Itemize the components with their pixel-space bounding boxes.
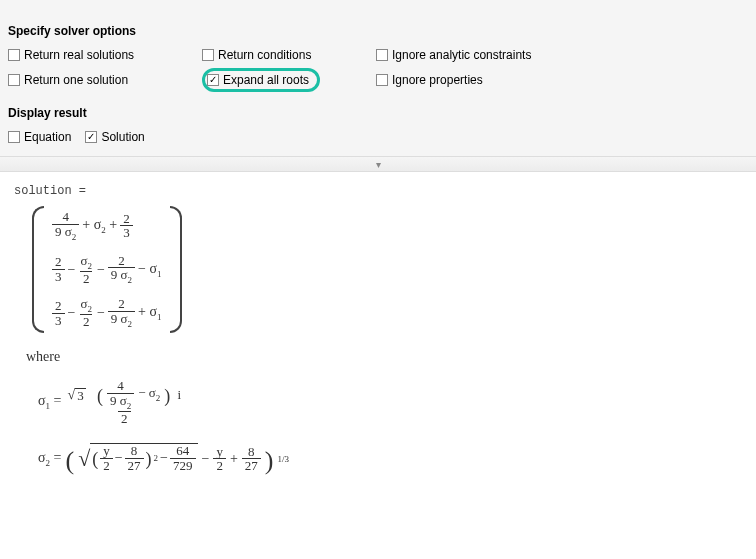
- checkbox-icon: [8, 74, 20, 86]
- checkbox-icon: [8, 49, 20, 61]
- checkbox-label: Ignore analytic constraints: [392, 48, 531, 62]
- checkbox-label: Expand all roots: [223, 73, 309, 87]
- solver-options-grid: Return real solutions Return conditions …: [8, 48, 748, 92]
- display-result-title: Display result: [8, 106, 748, 120]
- checkbox-icon: [376, 74, 388, 86]
- sigma1-definition: σ1 = 3 ( 49 σ2 − σ2 ) i 2: [38, 379, 742, 425]
- solution-assignment-label: solution =: [14, 184, 742, 198]
- expand-all-roots-checkbox[interactable]: ✓ Expand all roots: [207, 73, 309, 87]
- checkbox-label: Return conditions: [218, 48, 311, 62]
- sigma2-definition: σ2 = ( √ ( y2 − 827 )2 − 64729 − y2 + 82…: [38, 443, 742, 474]
- display-result-row: Equation ✓ Solution: [8, 130, 748, 144]
- checkbox-checked-icon: ✓: [207, 74, 219, 86]
- checkbox-label: Return one solution: [24, 73, 128, 87]
- checkbox-label: Ignore properties: [392, 73, 483, 87]
- equation-checkbox[interactable]: Equation: [8, 130, 71, 144]
- solver-options-panel: Specify solver options Return real solut…: [0, 10, 756, 156]
- matrix-row: 49 σ2 + σ2 + 23: [52, 210, 162, 242]
- chevron-down-icon: ▾: [376, 159, 381, 170]
- checkbox-icon: [8, 131, 20, 143]
- collapse-toggle-bar[interactable]: ▾: [0, 156, 756, 172]
- checkbox-checked-icon: ✓: [85, 131, 97, 143]
- solution-checkbox[interactable]: ✓ Solution: [85, 130, 144, 144]
- checkbox-icon: [376, 49, 388, 61]
- return-conditions-checkbox[interactable]: Return conditions: [202, 48, 372, 62]
- checkbox-icon: [202, 49, 214, 61]
- ignore-properties-checkbox[interactable]: Ignore properties: [376, 68, 596, 92]
- checkbox-label: Equation: [24, 130, 71, 144]
- return-real-solutions-checkbox[interactable]: Return real solutions: [8, 48, 198, 62]
- ignore-analytic-constraints-checkbox[interactable]: Ignore analytic constraints: [376, 48, 596, 62]
- checkbox-label: Solution: [101, 130, 144, 144]
- checkbox-label: Return real solutions: [24, 48, 134, 62]
- results-panel: solution = 49 σ2 + σ2 + 23 23 − σ22 − 29…: [0, 172, 756, 513]
- solver-options-title: Specify solver options: [8, 24, 748, 38]
- expand-all-roots-highlight: ✓ Expand all roots: [202, 68, 320, 92]
- solution-matrix: 49 σ2 + σ2 + 23 23 − σ22 − 29 σ2 − σ1 23…: [32, 206, 742, 333]
- matrix-row: 23 − σ22 − 29 σ2 − σ1: [52, 254, 162, 286]
- matrix-row: 23 − σ22 − 29 σ2 + σ1: [52, 297, 162, 329]
- where-label: where: [26, 349, 742, 365]
- return-one-solution-checkbox[interactable]: Return one solution: [8, 68, 198, 92]
